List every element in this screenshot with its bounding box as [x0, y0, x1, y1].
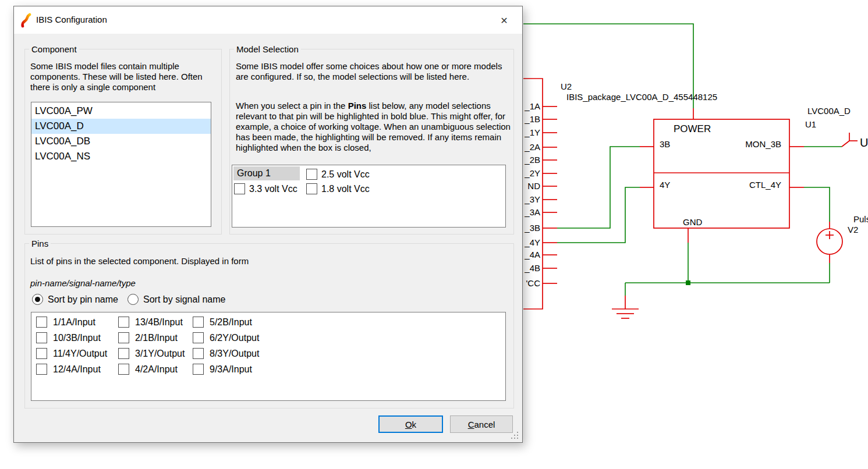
- u1-model-label: LVC00A_D: [807, 106, 851, 116]
- component-list-item[interactable]: LVC00A_DB: [31, 134, 211, 149]
- u2-pin-label: _4Y: [524, 237, 540, 247]
- pin-label: 9/3A/Input: [210, 364, 252, 375]
- checkbox-icon[interactable]: [193, 332, 204, 343]
- u2-pin-label: _3Y: [524, 194, 540, 204]
- u2-pin-label: _3B: [524, 223, 540, 233]
- pin-label: 11/4Y/Output: [53, 349, 107, 359]
- pin-checkbox-item[interactable]: 9/3A/Input: [193, 364, 252, 375]
- checkbox-icon[interactable]: [118, 348, 129, 359]
- pin-checkbox-item[interactable]: 12/4A/Input: [36, 364, 101, 375]
- resize-grip[interactable]: [517, 438, 518, 439]
- pin-label: 1/1A/Input: [53, 317, 95, 328]
- component-description: Some IBIS model files contain multiple c…: [30, 61, 215, 93]
- u1-clipped-label: U: [860, 136, 868, 149]
- u2-pin-label: _1Y: [524, 127, 540, 137]
- cancel-button[interactable]: Cancel: [450, 415, 513, 433]
- pins-description: List of pins in the selected component. …: [30, 256, 249, 267]
- power-3b-label: 3B: [660, 139, 670, 149]
- dialog-titlebar[interactable]: IBIS Configuration ✕: [14, 6, 522, 34]
- u2-pin-label: _4A: [524, 250, 540, 260]
- option-1-8-volt-vcc[interactable]: 1.8 volt Vcc: [306, 183, 370, 194]
- u2-pin-label: 'CC: [526, 278, 540, 288]
- model-options-panel: Group 1 2.5 volt Vcc 3.3 volt Vcc 1.8 vo…: [232, 165, 506, 228]
- pins-groupbox-label: Pins: [29, 239, 51, 248]
- checkbox-icon[interactable]: [193, 317, 204, 328]
- u2-pin-label: _3A: [524, 207, 540, 217]
- pin-label: 5/2B/Input: [210, 317, 252, 328]
- radio-icon[interactable]: [127, 294, 139, 305]
- app-logo-icon: [20, 13, 33, 28]
- power-mon3b-label: MON_3B: [745, 139, 781, 149]
- v2-ref-label: V2: [848, 225, 858, 234]
- u2-package-label: IBIS_package_LVC00A_D_455448125: [566, 92, 717, 102]
- checkbox-icon[interactable]: [36, 348, 47, 359]
- checkbox-icon[interactable]: [118, 332, 129, 343]
- pins-list: 1/1A/Input 13/4B/Input 5/2B/Input 10/3B/…: [31, 312, 506, 401]
- pin-checkbox-item[interactable]: 3/1Y/Output: [118, 348, 185, 359]
- option-2-5-volt-vcc[interactable]: 2.5 volt Vcc: [306, 169, 370, 180]
- wire-ctl-4y: [804, 187, 830, 222]
- checkbox-label: 1.8 volt Vcc: [321, 184, 370, 194]
- radio-icon-selected[interactable]: [32, 294, 43, 305]
- checkbox-icon[interactable]: [193, 348, 204, 359]
- checkbox-icon[interactable]: [234, 183, 245, 194]
- note-bold-pins: Pins: [348, 101, 367, 111]
- u2-pin-label: _4B: [524, 263, 540, 273]
- pin-checkbox-item[interactable]: 4/2A/Input: [118, 364, 178, 375]
- u2-outline: [523, 79, 543, 309]
- pin-checkbox-item[interactable]: 13/4B/Input: [118, 317, 183, 328]
- pins-groupbox: Pins List of pins in the selected compon…: [24, 243, 514, 408]
- power-box: [654, 119, 789, 228]
- checkbox-icon[interactable]: [36, 364, 47, 375]
- dialog-title: IBIS Configuration: [36, 15, 107, 24]
- checkbox-icon[interactable]: [118, 317, 129, 328]
- power-gnd-label: GND: [683, 217, 703, 227]
- pin-label: 12/4A/Input: [53, 364, 101, 375]
- sort-by-signal-name-radio[interactable]: Sort by signal name: [127, 294, 225, 305]
- u2-pin-label: _2A: [524, 142, 540, 152]
- pin-label: 13/4B/Input: [135, 317, 183, 328]
- checkbox-icon[interactable]: [36, 317, 47, 328]
- model-selection-groupbox-label: Model Selection: [234, 44, 301, 54]
- pin-checkbox-item[interactable]: 5/2B/Input: [193, 317, 252, 328]
- u2-ref-label: U2: [561, 81, 572, 91]
- ibis-configuration-dialog: IBIS Configuration ✕ Component Some IBIS…: [13, 6, 523, 443]
- checkbox-icon[interactable]: [36, 332, 47, 343]
- pins-format-hint: pin-name/signal-name/type: [30, 278, 136, 289]
- v2-model-label: Puls: [853, 214, 868, 224]
- ok-button-label: O: [405, 420, 412, 429]
- component-groupbox-label: Component: [29, 44, 79, 54]
- checkbox-label: 2.5 volt Vcc: [321, 169, 370, 180]
- pin-checkbox-item[interactable]: 2/1B/Input: [118, 332, 178, 343]
- checkbox-icon[interactable]: [306, 169, 317, 180]
- note-text: When you select a pin in the: [236, 101, 348, 111]
- option-3-3-volt-vcc[interactable]: 3.3 volt Vcc: [234, 183, 297, 194]
- pin-label: 10/3B/Input: [53, 333, 101, 343]
- close-icon: ✕: [500, 15, 508, 26]
- checkbox-icon[interactable]: [306, 183, 317, 194]
- component-list-item[interactable]: LVC00A_PW: [31, 104, 211, 119]
- pin-checkbox-item[interactable]: 11/4Y/Output: [36, 348, 107, 359]
- ok-button[interactable]: Ok: [378, 415, 443, 433]
- junction-dot: [686, 280, 690, 285]
- pin-checkbox-item[interactable]: 6/2Y/Output: [193, 332, 259, 343]
- component-list-item-selected[interactable]: LVC00A_D: [31, 119, 211, 134]
- component-list-item[interactable]: LVC00A_NS: [31, 149, 211, 164]
- pin-label: 2/1B/Input: [135, 333, 178, 343]
- ok-button-label-rest: k: [412, 420, 417, 429]
- u2-pin-label: _1A: [524, 101, 540, 111]
- model-selection-groupbox: Model Selection Some IBIS model offer so…: [229, 49, 514, 234]
- u2-pin-label: _1B: [524, 114, 540, 124]
- checkbox-icon[interactable]: [118, 364, 129, 375]
- checkbox-icon[interactable]: [193, 364, 204, 375]
- pin-checkbox-item[interactable]: 8/3Y/Output: [193, 348, 259, 359]
- pin-checkbox-item[interactable]: 10/3B/Input: [36, 332, 101, 343]
- close-button[interactable]: ✕: [494, 12, 514, 29]
- pin-label: 4/2A/Input: [135, 364, 178, 375]
- model-selection-note: When you select a pin in the Pins list b…: [236, 101, 512, 153]
- component-groupbox: Component Some IBIS model files contain …: [24, 49, 222, 234]
- pin-checkbox-item[interactable]: 1/1A/Input: [36, 317, 95, 328]
- pin-label: 8/3Y/Output: [210, 349, 259, 359]
- sort-by-pin-name-radio[interactable]: Sort by pin name: [32, 294, 118, 305]
- checkbox-label: 3.3 volt Vcc: [249, 184, 297, 194]
